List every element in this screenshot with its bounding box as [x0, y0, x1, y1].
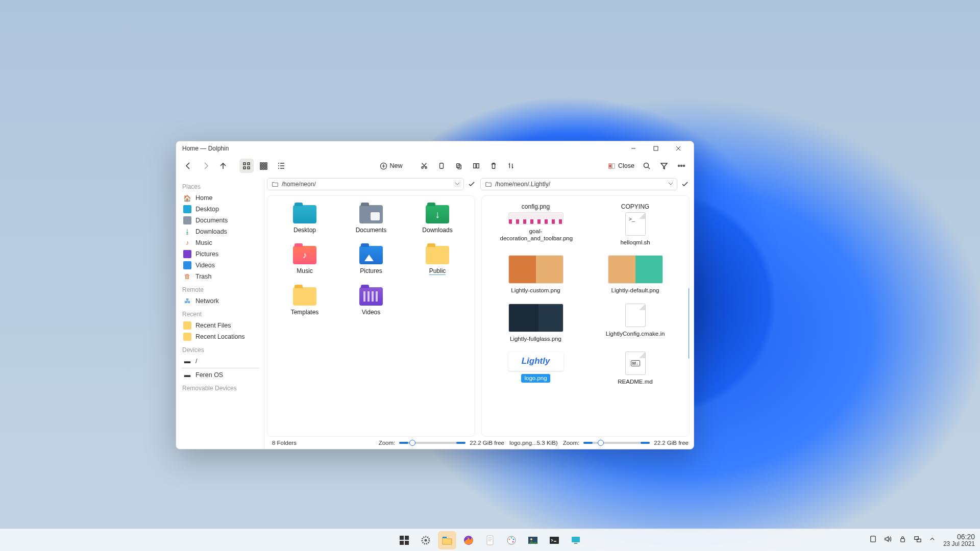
- sidebar-item-downloads[interactable]: ⭳Downloads: [181, 226, 260, 237]
- file-item-selected[interactable]: Lightlylogo.png: [486, 352, 585, 385]
- tray-volume-icon[interactable]: [884, 535, 892, 545]
- titlebar[interactable]: Home — Dolphin: [176, 141, 694, 156]
- close-panel-button[interactable]: Close: [606, 162, 636, 170]
- sidebar-item-recent-files[interactable]: Recent Files: [181, 320, 260, 331]
- zoom-slider-right[interactable]: [583, 442, 650, 444]
- folder-pictures[interactable]: Pictures: [338, 246, 404, 275]
- sidebar-item-root[interactable]: ▬/: [181, 356, 260, 368]
- compact-view-button[interactable]: [257, 159, 271, 173]
- file-item[interactable]: Lightly-custom.png: [486, 255, 585, 294]
- sidebar-splitter[interactable]: [264, 176, 267, 449]
- partial-item[interactable]: config.png: [486, 203, 585, 210]
- partial-item[interactable]: COPYING: [585, 203, 685, 210]
- menu-button[interactable]: [674, 159, 689, 173]
- new-button[interactable]: New: [377, 162, 406, 170]
- svg-rect-44: [550, 537, 559, 544]
- right-pane[interactable]: config.png COPYING goal-decoration_and_t…: [481, 192, 690, 437]
- folder-documents[interactable]: Documents: [338, 205, 404, 234]
- paint-icon[interactable]: [502, 531, 521, 549]
- file-item[interactable]: Lightly-fullglass.png: [486, 304, 585, 342]
- folder-templates[interactable]: Templates: [272, 287, 338, 316]
- svg-rect-5: [260, 163, 262, 164]
- forward-button[interactable]: [199, 159, 213, 173]
- terminal-icon[interactable]: [545, 531, 564, 549]
- search-button[interactable]: [640, 159, 654, 173]
- display-icon[interactable]: [567, 531, 585, 549]
- file-item[interactable]: LightlyConfig.cmake.in: [585, 304, 685, 342]
- sidebar-item-home[interactable]: 🏠Home: [181, 192, 260, 204]
- left-pane[interactable]: Desktop Documents Downloads Music Pictur…: [267, 192, 475, 437]
- text-editor-icon[interactable]: [481, 531, 499, 549]
- tray-lock-icon[interactable]: [899, 535, 906, 545]
- address-bar-left[interactable]: /home/neon/: [267, 178, 464, 190]
- dolphin-window: Home — Dolphin New Close: [176, 141, 694, 449]
- svg-point-26: [681, 165, 682, 167]
- file-item[interactable]: goal-decoration_and_toolbar.png: [486, 212, 585, 246]
- file-manager-icon[interactable]: [438, 531, 456, 549]
- icon-view-button[interactable]: [239, 159, 254, 173]
- sidebar-item-music[interactable]: ♪Music: [181, 237, 260, 248]
- paste-button[interactable]: [452, 159, 466, 173]
- network-icon: 🖧: [183, 297, 191, 305]
- accept-path-right[interactable]: [680, 181, 690, 188]
- svg-rect-46: [574, 543, 577, 544]
- left-status-count: 8 Folders: [272, 440, 297, 446]
- svg-rect-34: [443, 537, 447, 538]
- start-button[interactable]: [395, 531, 413, 549]
- tray-chevron-icon[interactable]: [928, 535, 936, 545]
- filter-button[interactable]: [657, 159, 671, 173]
- clock[interactable]: 06:20 23 Jul 2021: [943, 533, 975, 548]
- chevron-down-icon: [668, 181, 674, 187]
- folder-videos[interactable]: Videos: [338, 287, 404, 316]
- image-thumbnail-icon: [608, 255, 663, 284]
- sidebar-item-desktop[interactable]: Desktop: [181, 204, 260, 215]
- image-viewer-icon[interactable]: [524, 531, 542, 549]
- split-button[interactable]: [469, 159, 483, 173]
- details-view-button[interactable]: [274, 159, 288, 173]
- zoom-slider-left[interactable]: [399, 442, 465, 444]
- close-window-button[interactable]: [667, 141, 690, 156]
- home-icon: 🏠: [183, 194, 191, 202]
- svg-rect-23: [612, 163, 615, 168]
- back-button[interactable]: [181, 159, 195, 173]
- svg-rect-20: [473, 164, 475, 168]
- sort-button[interactable]: [504, 159, 518, 173]
- maximize-button[interactable]: [645, 141, 667, 156]
- folder-public[interactable]: Public: [404, 246, 471, 275]
- up-button[interactable]: [216, 159, 230, 173]
- cut-button[interactable]: [417, 159, 431, 173]
- sidebar-item-trash[interactable]: 🗑Trash: [181, 271, 260, 282]
- sidebar-item-videos[interactable]: Videos: [181, 260, 260, 271]
- svg-rect-45: [572, 537, 580, 542]
- folder-downloads[interactable]: Downloads: [404, 205, 471, 234]
- trash-button[interactable]: [486, 159, 501, 173]
- sidebar-item-documents[interactable]: Documents: [181, 215, 260, 226]
- sidebar-item-network[interactable]: 🖧Network: [181, 295, 260, 307]
- address-bar-right[interactable]: /home/neon/.Lightly/: [480, 178, 677, 190]
- svg-rect-9: [263, 165, 264, 167]
- accept-path-left[interactable]: [467, 181, 476, 188]
- svg-point-40: [513, 538, 514, 540]
- tray-clipboard-icon[interactable]: [869, 535, 877, 545]
- file-item[interactable]: README.md: [585, 352, 685, 385]
- file-item[interactable]: >_helloqml.sh: [585, 212, 685, 246]
- tray-network-icon[interactable]: [914, 535, 921, 545]
- folder-music[interactable]: Music: [272, 246, 338, 275]
- folder-icon: [293, 287, 316, 306]
- zoom-label: Zoom:: [379, 440, 396, 446]
- scrollbar[interactable]: [689, 288, 690, 359]
- folder-desktop[interactable]: Desktop: [272, 205, 338, 234]
- sidebar-item-recent-locations[interactable]: Recent Locations: [181, 331, 260, 342]
- svg-point-25: [678, 165, 680, 167]
- firefox-icon[interactable]: [459, 531, 478, 549]
- minimize-button[interactable]: [622, 141, 645, 156]
- settings-icon[interactable]: [416, 531, 435, 549]
- svg-point-15: [421, 167, 423, 169]
- copy-button[interactable]: [434, 159, 449, 173]
- sidebar-item-pictures[interactable]: Pictures: [181, 248, 260, 260]
- svg-point-33: [425, 539, 427, 541]
- svg-rect-3: [243, 167, 246, 169]
- devices-header: Devices: [182, 346, 260, 354]
- sidebar-item-ferenos[interactable]: ▬Feren OS: [181, 369, 260, 381]
- file-item[interactable]: Lightly-default.png: [585, 255, 685, 294]
